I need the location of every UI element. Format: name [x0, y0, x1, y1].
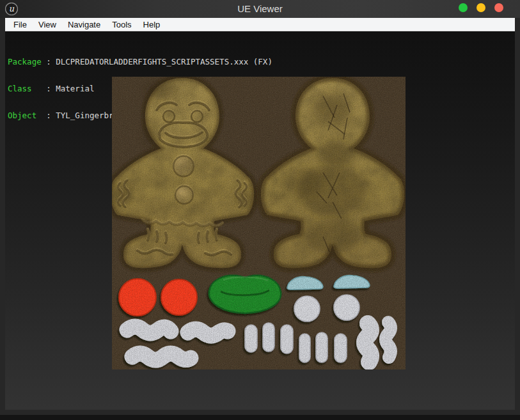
close-button[interactable]: [494, 3, 503, 12]
info-separator: :: [46, 57, 51, 66]
minimize-button[interactable]: [459, 3, 468, 12]
info-label: Object: [8, 111, 46, 120]
info-value: DLCPREDATORLADDERFIGHTS_SCRIPTASSETS.xxx…: [56, 57, 272, 66]
info-separator: :: [46, 111, 51, 120]
menubar: File View Navigate Tools Help: [5, 18, 515, 31]
menu-item-view[interactable]: View: [33, 19, 62, 31]
menu-item-file[interactable]: File: [8, 19, 33, 31]
info-value: Material: [56, 84, 94, 93]
window-title: UE Viewer: [0, 0, 520, 18]
window-frame: File View Navigate Tools Help Package:DL…: [0, 18, 520, 415]
noise-overlay-light: [112, 77, 406, 369]
material-preview-canvas[interactable]: [112, 77, 406, 369]
info-label: Package: [8, 58, 46, 66]
info-label: Class: [8, 84, 46, 93]
titlebar: u UE Viewer: [0, 0, 520, 18]
maximize-button[interactable]: [477, 3, 485, 12]
info-row-package: Package:DLCPREDATORLADDERFIGHTS_SCRIPTAS…: [8, 58, 272, 66]
window-controls: [459, 3, 503, 12]
viewport[interactable]: Package:DLCPREDATORLADDERFIGHTS_SCRIPTAS…: [5, 31, 515, 410]
gingerbread-texture-image: [112, 77, 406, 369]
menu-item-help[interactable]: Help: [138, 19, 166, 31]
info-separator: :: [46, 84, 51, 93]
menu-item-navigate[interactable]: Navigate: [62, 19, 106, 31]
menu-item-tools[interactable]: Tools: [106, 19, 137, 31]
